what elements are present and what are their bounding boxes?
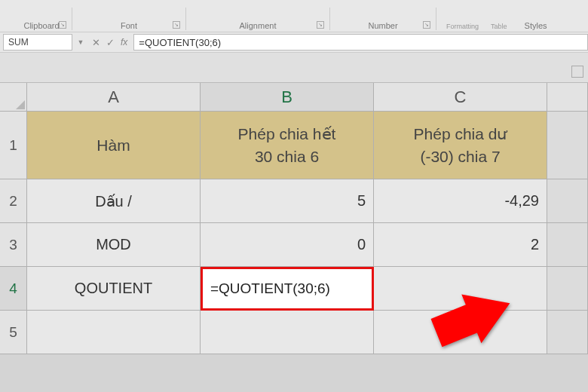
dialog-launcher-icon[interactable]: ↘ bbox=[59, 21, 66, 29]
cell-d4[interactable] bbox=[547, 267, 588, 311]
dialog-launcher-icon[interactable]: ↘ bbox=[173, 21, 180, 29]
ribbon-group-labels: Clipboard ↘ Font ↘ Alignment ↘ Number ↘ … bbox=[0, 0, 588, 32]
row-header-2[interactable]: 2 bbox=[0, 179, 27, 223]
cell-d5[interactable] bbox=[547, 311, 588, 354]
cell-b3[interactable]: 0 bbox=[201, 223, 374, 267]
formula-cancel-icon[interactable]: ✕ bbox=[92, 37, 100, 48]
cell-b1[interactable]: Phép chia hết 30 chia 6 bbox=[201, 112, 374, 179]
cell-d1[interactable] bbox=[547, 112, 588, 179]
column-header-c[interactable]: C bbox=[374, 83, 547, 112]
name-box-value: SUM bbox=[8, 37, 29, 47]
formula-input[interactable]: =QUOTIENT(30;6) bbox=[133, 34, 588, 51]
formula-bar: SUM ▼ ✕ ✓ fx =QUOTIENT(30;6) bbox=[0, 32, 588, 53]
name-box-dropdown-icon[interactable]: ▼ bbox=[75, 38, 86, 46]
row-header-3[interactable]: 3 bbox=[0, 223, 27, 267]
cell-d3[interactable] bbox=[547, 223, 588, 267]
cell-b4-editing[interactable]: =QUOTIENT(30;6) bbox=[201, 267, 374, 311]
formatting-hint: Formatting bbox=[446, 23, 479, 30]
dialog-launcher-icon[interactable]: ↘ bbox=[317, 21, 324, 29]
cell-c2[interactable]: -4,29 bbox=[374, 179, 547, 223]
cell-a5[interactable] bbox=[27, 311, 201, 354]
cell-a2[interactable]: Dấu / bbox=[27, 179, 201, 223]
cell-a1[interactable]: Hàm bbox=[27, 112, 201, 179]
column-header-a[interactable]: A bbox=[27, 83, 201, 112]
ribbon-group-alignment: Alignment bbox=[240, 21, 277, 30]
cell-a4[interactable]: QOUTIENT bbox=[27, 267, 201, 311]
name-box[interactable]: SUM bbox=[3, 34, 72, 51]
ribbon-group-number: Number bbox=[368, 21, 397, 30]
formula-enter-icon[interactable]: ✓ bbox=[106, 37, 115, 48]
column-header-d[interactable] bbox=[547, 83, 588, 112]
row-header-1[interactable]: 1 bbox=[0, 112, 27, 179]
column-header-b[interactable]: B bbox=[201, 83, 374, 112]
ribbon-group-font: Font bbox=[121, 21, 137, 30]
ribbon-group-clipboard: Clipboard bbox=[23, 21, 59, 30]
cell-c1[interactable]: Phép chia dư (-30) chia 7 bbox=[374, 112, 547, 179]
dialog-launcher-icon[interactable]: ↘ bbox=[423, 21, 430, 29]
cell-d2[interactable] bbox=[547, 179, 588, 223]
row-header-5[interactable]: 5 bbox=[0, 311, 27, 354]
cell-c3[interactable]: 2 bbox=[374, 223, 547, 267]
select-all-corner[interactable] bbox=[0, 83, 27, 112]
annotation-arrow-icon bbox=[426, 287, 524, 351]
cell-a3[interactable]: MOD bbox=[27, 223, 201, 267]
row-header-4[interactable]: 4 bbox=[0, 267, 27, 311]
insert-function-icon[interactable]: fx bbox=[121, 37, 127, 47]
formula-text: =QUOTIENT(30;6) bbox=[139, 37, 221, 48]
cell-b2[interactable]: 5 bbox=[201, 179, 374, 223]
formula-bar-expand[interactable] bbox=[0, 53, 588, 83]
cell-b5[interactable] bbox=[201, 311, 374, 354]
ribbon-group-styles: Styles bbox=[525, 21, 547, 30]
table-hint: Table bbox=[491, 23, 507, 30]
